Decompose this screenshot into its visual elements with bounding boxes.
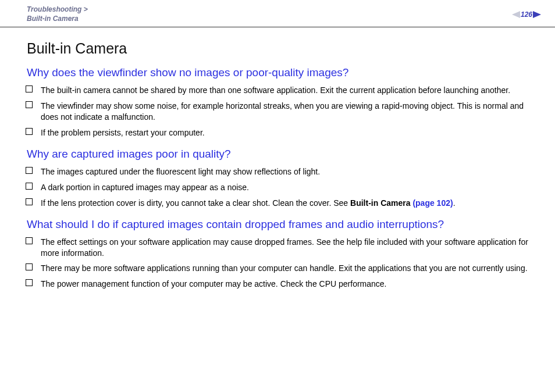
list-item-text: If the problem persists, restart your co…: [41, 127, 541, 138]
text-suffix: .: [453, 198, 456, 208]
faq-list: The effect settings on your software app…: [27, 237, 541, 290]
text-prefix: If the lens protection cover is dirty, y…: [41, 198, 350, 208]
faq-heading: What should I do if captured images cont…: [27, 218, 541, 231]
page-header: Troubleshooting > Built-in Camera 126: [0, 0, 555, 27]
list-item: The viewfinder may show some noise, for …: [27, 101, 541, 123]
list-item: The images captured under the fluorescen…: [27, 166, 541, 177]
list-item: There may be more software applications …: [27, 263, 541, 274]
list-item: A dark portion in captured images may ap…: [27, 182, 541, 193]
list-item: If the lens protection cover is dirty, y…: [27, 198, 541, 209]
svg-marker-1: [533, 11, 541, 18]
bullet-icon: [27, 87, 33, 92]
bullet-icon: [27, 199, 33, 205]
list-item-text: The images captured under the fluorescen…: [41, 166, 541, 177]
page-nav: 126: [512, 10, 541, 19]
list-item-text: The power management function of your co…: [41, 279, 541, 290]
list-item-text: The built-in camera cannot be shared by …: [41, 85, 541, 96]
list-item: If the problem persists, restart your co…: [27, 127, 541, 138]
list-item: The effect settings on your software app…: [27, 237, 541, 259]
faq-list: The images captured under the fluorescen…: [27, 166, 541, 209]
breadcrumb: Troubleshooting > Built-in Camera: [27, 5, 88, 23]
breadcrumb-sep: >: [81, 5, 87, 13]
bullet-icon: [27, 265, 33, 270]
breadcrumb-section[interactable]: Troubleshooting: [27, 5, 81, 13]
list-item: The power management function of your co…: [27, 279, 541, 290]
bullet-icon: [27, 280, 33, 286]
text-bold: Built-in Camera: [350, 198, 410, 208]
page-title: Built-in Camera: [27, 40, 541, 57]
page-content: Built-in Camera Why does the viewfinder …: [0, 27, 555, 290]
list-item-text: A dark portion in captured images may ap…: [41, 182, 541, 193]
bullet-icon: [27, 102, 33, 108]
bullet-icon: [27, 238, 33, 244]
bullet-icon: [27, 168, 33, 174]
list-item-text: The effect settings on your software app…: [41, 237, 541, 259]
list-item: The built-in camera cannot be shared by …: [27, 85, 541, 96]
bullet-icon: [27, 184, 33, 190]
page-ref-link[interactable]: (page 102): [411, 198, 453, 208]
svg-marker-0: [512, 11, 520, 18]
list-item-text: There may be more software applications …: [41, 263, 541, 274]
faq-heading: Why does the viewfinder show no images o…: [27, 66, 541, 79]
next-page-icon[interactable]: [533, 11, 541, 18]
list-item-text: If the lens protection cover is dirty, y…: [41, 198, 541, 209]
faq-heading: Why are captured images poor in quality?: [27, 148, 541, 161]
faq-list: The built-in camera cannot be shared by …: [27, 85, 541, 138]
bullet-icon: [27, 129, 33, 135]
list-item-text: The viewfinder may show some noise, for …: [41, 101, 541, 123]
page-number: 126: [521, 10, 532, 19]
breadcrumb-current: Built-in Camera: [27, 15, 79, 23]
prev-page-icon[interactable]: [512, 11, 520, 18]
